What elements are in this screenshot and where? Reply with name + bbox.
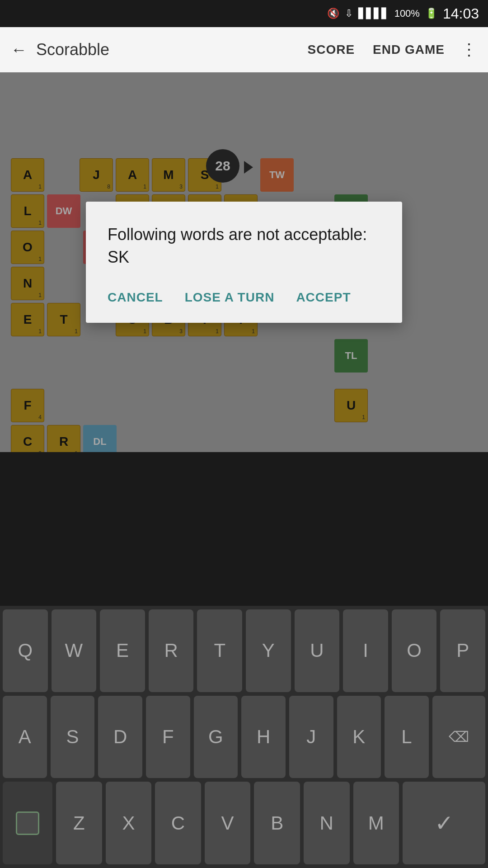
game-board: 28 A1 J8 A1 M3 S1 TW L1 DW D2 U1 K5 E1 T…: [0, 72, 488, 452]
key-J[interactable]: J: [289, 696, 333, 778]
status-icons: 🔇 ⇩ ▋▋▋▋ 100% 🔋 14:03: [327, 5, 479, 22]
key-X[interactable]: X: [106, 782, 152, 864]
key-D[interactable]: D: [98, 696, 142, 778]
keyboard-row-3: Z X C V B N M ✓: [3, 782, 485, 864]
keyboard-row-1: Q W E R T Y U I O P: [3, 609, 485, 692]
key-W[interactable]: W: [52, 609, 97, 692]
accept-button[interactable]: ACCEPT: [296, 290, 351, 305]
app-title: Scorabble: [36, 40, 299, 59]
key-Z[interactable]: Z: [56, 782, 102, 864]
dialog: Following words are not acceptable: SK C…: [86, 202, 402, 323]
dialog-buttons: CANCEL LOSE A TURN ACCEPT: [108, 290, 380, 305]
key-U[interactable]: U: [295, 609, 340, 692]
key-L[interactable]: L: [385, 696, 429, 778]
key-P[interactable]: P: [440, 609, 485, 692]
lose-turn-button[interactable]: LOSE A TURN: [185, 290, 275, 305]
top-bar: ← Scorabble SCORE END GAME ⋮: [0, 27, 488, 72]
end-game-button[interactable]: END GAME: [373, 42, 445, 57]
key-K[interactable]: K: [337, 696, 381, 778]
key-H[interactable]: H: [241, 696, 286, 778]
status-bar: 🔇 ⇩ ▋▋▋▋ 100% 🔋 14:03: [0, 0, 488, 27]
clock: 14:03: [443, 5, 479, 22]
key-Y[interactable]: Y: [246, 609, 291, 692]
key-A[interactable]: A: [3, 696, 47, 778]
key-special-left[interactable]: [3, 782, 52, 864]
dialog-message: Following words are not acceptable: SK: [108, 223, 380, 269]
key-C[interactable]: C: [155, 782, 201, 864]
key-F[interactable]: F: [146, 696, 190, 778]
battery-text: 100%: [394, 8, 420, 19]
data-icon: ⇩: [345, 8, 353, 19]
key-O[interactable]: O: [392, 609, 437, 692]
key-N[interactable]: N: [304, 782, 350, 864]
key-E[interactable]: E: [100, 609, 145, 692]
key-G[interactable]: G: [194, 696, 238, 778]
key-M[interactable]: M: [353, 782, 399, 864]
key-check[interactable]: ✓: [403, 782, 485, 864]
key-S[interactable]: S: [51, 696, 95, 778]
battery-icon: 🔋: [425, 8, 437, 19]
dialog-overlay: Following words are not acceptable: SK C…: [0, 72, 488, 452]
back-button[interactable]: ←: [11, 40, 27, 59]
score-button[interactable]: SCORE: [308, 42, 355, 57]
key-B[interactable]: B: [254, 782, 300, 864]
key-R[interactable]: R: [149, 609, 194, 692]
cancel-button[interactable]: CANCEL: [108, 290, 163, 305]
more-button[interactable]: ⋮: [461, 40, 477, 59]
key-T[interactable]: T: [197, 609, 242, 692]
key-backspace[interactable]: ⌫: [432, 696, 485, 778]
signal-icon: ▋▋▋▋: [358, 8, 389, 19]
keyboard: Q W E R T Y U I O P A S D F G H J K L ⌫ …: [0, 606, 488, 868]
mute-icon: 🔇: [327, 8, 339, 19]
key-I[interactable]: I: [343, 609, 388, 692]
keyboard-row-2: A S D F G H J K L ⌫: [3, 696, 485, 778]
special-icon: [16, 811, 39, 835]
key-V[interactable]: V: [205, 782, 251, 864]
key-Q[interactable]: Q: [3, 609, 48, 692]
